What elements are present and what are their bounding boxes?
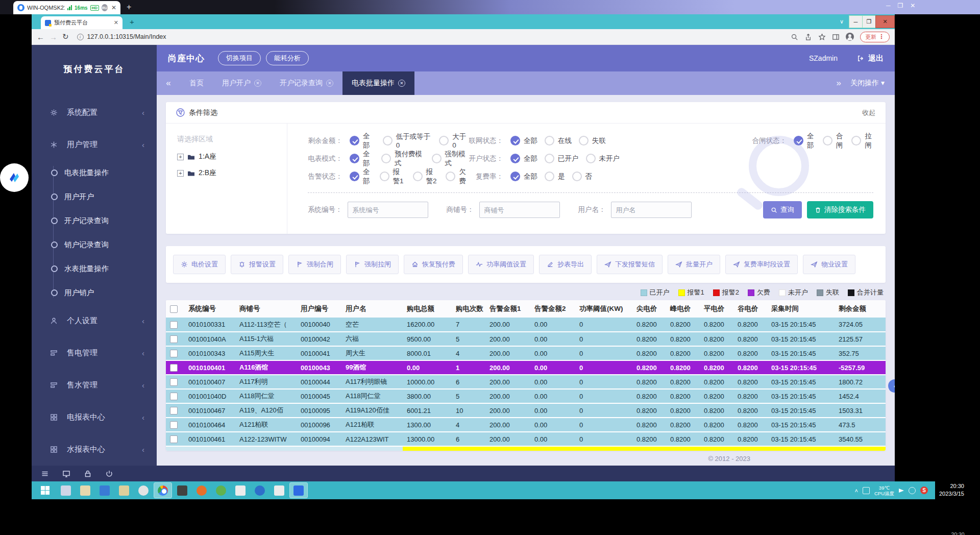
sidebar-subitem-电表批量操作[interactable]: 电表批量操作 [32,161,157,185]
sidebar-item-系统配置[interactable]: 系统配置‹ [32,96,157,129]
radio-unchecked-icon[interactable] [545,172,554,181]
lock-icon[interactable] [84,470,92,478]
radio-option-全部[interactable]: 全部 [510,172,537,181]
toolbar-button-恢复预付费[interactable]: 恢复预付费 [404,255,463,274]
radio-checked-icon[interactable] [350,136,359,145]
table-row[interactable]: 0010100401A116酒馆0010004399酒馆0.001200.000… [166,360,886,375]
taskbar-app-firefox[interactable] [193,483,210,498]
start-button[interactable] [35,481,55,499]
taskbar-app-folder-app[interactable] [115,483,133,498]
table-row[interactable]: 0010100407A117利明00100044A117利明眼镜10000.00… [166,375,886,389]
taskbar-clock[interactable]: 20:30 2023/3/15 [939,482,964,498]
radio-option-在线[interactable]: 在线 [545,136,572,145]
radio-unchecked-icon[interactable] [545,154,554,163]
tree-node-2:B座[interactable]: +2:B座 [177,168,287,178]
radio-unchecked-icon[interactable] [383,136,393,145]
taskbar-app-green-app[interactable] [212,483,230,498]
logout-button[interactable]: 退出 [857,54,884,63]
table-row[interactable]: 0010100343A115周大生00100041周大生8000.014200.… [166,346,886,360]
sidebar-item-用户管理[interactable]: 用户管理‹ [32,129,157,161]
radio-option-大于0[interactable]: 大于0 [439,132,469,149]
close-operations-dropdown[interactable]: 关闭操作 ▾ [850,79,885,88]
sidebar-subitem-开户记录查询[interactable]: 开户记录查询 [32,209,157,233]
radio-option-报警1[interactable]: 报警1 [380,167,406,186]
bookmark-star-icon[interactable] [818,33,826,41]
radio-option-是[interactable]: 是 [545,172,565,181]
toolbar-button-批量开户[interactable]: 批量开户 [668,255,720,274]
back-button[interactable]: ← [37,33,44,41]
tray-expand-icon[interactable]: ˄ [855,488,858,494]
tray-volume-icon[interactable] [909,487,916,494]
tree-expand-icon[interactable]: + [177,154,184,160]
radio-checked-icon[interactable] [510,136,520,145]
radio-option-全部[interactable]: 全部 [510,136,537,145]
radio-option-强制模式[interactable]: 强制模式 [432,150,469,168]
radio-option-全部[interactable]: 全部 [350,167,373,186]
tab-电表批量操作[interactable]: 电表批量操作✕ [342,71,414,95]
outer-minimize-button[interactable]: ─ [886,2,891,9]
browser-tab-close-icon[interactable]: ✕ [114,19,118,26]
reload-button[interactable]: ↻ [62,32,69,41]
tabs-scroll-right-icon[interactable]: » [837,78,841,88]
row-checkbox[interactable] [170,421,178,429]
row-checkbox[interactable] [170,407,178,415]
taskbar-app-chrome-gray[interactable] [135,483,152,498]
taskbar-app-settings-app[interactable] [251,483,268,498]
row-checkbox[interactable] [170,364,178,372]
toolbar-button-报警设置[interactable]: 报警设置 [231,255,283,274]
remote-tool-floating-badge[interactable] [0,163,29,192]
row-checkbox[interactable] [170,335,178,343]
radio-option-未开户[interactable]: 未开户 [586,154,620,163]
power-icon[interactable] [105,470,113,478]
radio-unchecked-icon[interactable] [432,154,442,163]
radio-option-全部[interactable]: 全部 [510,154,537,163]
row-checkbox[interactable] [170,435,178,443]
menu-icon[interactable] [41,470,49,478]
toolbar-button-物业设置[interactable]: 物业设置 [803,255,855,274]
tree-node-1:A座[interactable]: +1:A座 [177,152,287,161]
radio-option-否[interactable]: 否 [572,172,593,181]
tray-app-icon[interactable] [863,487,870,494]
radio-checked-icon[interactable] [510,172,520,181]
monitor-icon[interactable] [62,470,70,478]
tab-首页[interactable]: 首页 [180,71,213,95]
browser-update-button[interactable]: 更新 ⋮ [860,32,890,42]
collapse-link[interactable]: 收起 [862,108,875,117]
row-checkbox[interactable] [170,393,178,400]
radio-option-已开户[interactable]: 已开户 [545,154,579,163]
toolbar-button-强制拉闸[interactable]: 强制拉闸 [346,255,399,274]
sidebar-subitem-水表批量操作[interactable]: 水表批量操作 [32,257,157,281]
radio-unchecked-icon[interactable] [586,154,596,163]
sidebar-item-售电管理[interactable]: 售电管理‹ [32,337,157,369]
tray-input-method-icon[interactable]: S [920,487,928,494]
sidebar-item-电报表中心[interactable]: 电报表中心‹ [32,401,157,433]
系统编号-input[interactable] [348,202,428,218]
clear-search-button[interactable]: 清除搜索条件 [807,201,873,218]
remote-new-tab-button[interactable]: + [127,3,131,12]
toolbar-button-功率阈值设置[interactable]: 功率阈值设置 [468,255,534,274]
table-row[interactable]: 001001040AA115-1六福00100042六福9500.005200.… [166,332,886,346]
tab-开户记录查询[interactable]: 开户记录查询✕ [271,71,342,95]
profile-avatar[interactable] [846,33,854,41]
tab-close-icon[interactable]: ✕ [326,80,333,87]
toolbar-button-强制合闸[interactable]: 强制合闸 [288,255,341,274]
tab-用户开户[interactable]: 用户开户✕ [213,71,271,95]
side-panel-icon[interactable] [832,33,840,41]
radio-option-报警2[interactable]: 报警2 [413,167,439,186]
taskbar-app-window-app[interactable] [232,483,249,498]
window-maximize-button[interactable]: ❐ [862,15,875,28]
browser-tab[interactable]: 预付费云平台 ✕ [41,16,122,29]
titlebar-chevron-icon[interactable]: ∨ [840,18,844,25]
radio-unchecked-icon[interactable] [380,172,389,181]
用户名-input[interactable] [611,202,692,218]
toolbar-button-抄表导出[interactable]: 抄表导出 [539,255,592,274]
search-button[interactable]: 查询 [763,201,802,218]
table-row[interactable]: 0010100464A121柏联00100096A121柏联1300.00420… [166,418,886,432]
radio-unchecked-icon[interactable] [851,136,861,145]
taskbar-app-dark-app[interactable] [174,483,191,498]
tree-expand-icon[interactable]: + [177,170,184,177]
tray-flag-icon[interactable] [899,489,904,493]
radio-unchecked-icon[interactable] [579,136,589,145]
site-info-icon[interactable]: i [77,34,84,40]
toolbar-button-下发报警短信[interactable]: 下发报警短信 [597,255,663,274]
